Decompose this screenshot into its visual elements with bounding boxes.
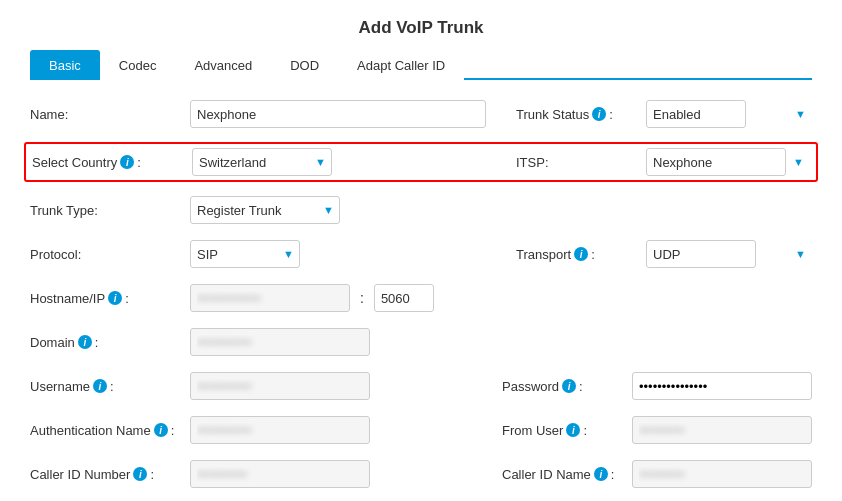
port-colon: : (360, 290, 364, 306)
trunk-status-select[interactable]: Enabled Disabled (646, 100, 746, 128)
row-domain: Domain i : (30, 326, 812, 358)
row-auth-from-user: Authentication Name i : From User i : (30, 414, 812, 446)
hostname-input[interactable] (190, 284, 350, 312)
hostname-info-icon[interactable]: i (108, 291, 122, 305)
form-section: Name: Trunk Status i : Enabled Disabled … (30, 98, 812, 490)
caller-id-number-input-cell (190, 460, 472, 488)
domain-label: Domain i : (30, 335, 190, 350)
domain-info-icon[interactable]: i (78, 335, 92, 349)
row-country-itsp: Select Country i : Switzerland Germany F… (24, 142, 818, 182)
transport-select[interactable]: UDP TCP TLS (646, 240, 756, 268)
from-user-group: From User i : (502, 416, 812, 444)
trunk-type-input-cell: Register Trunk Peer Trunk ▼ (190, 196, 812, 224)
select-country-wrapper: Switzerland Germany France United States… (192, 148, 332, 176)
trunk-type-wrapper: Register Trunk Peer Trunk ▼ (190, 196, 340, 224)
page-wrapper: Add VoIP Trunk Basic Codec Advanced DOD … (0, 0, 842, 501)
trunk-type-label: Trunk Type: (30, 203, 190, 218)
transport-label: Transport i : (516, 247, 646, 262)
transport-info-icon[interactable]: i (574, 247, 588, 261)
tab-basic[interactable]: Basic (30, 50, 100, 80)
protocol-input-cell: SIP IAX ▼ (190, 240, 486, 268)
trunk-status-chevron-icon: ▼ (795, 108, 806, 120)
tab-dod[interactable]: DOD (271, 50, 338, 80)
domain-input-cell (190, 328, 812, 356)
select-country-input-cell: Switzerland Germany France United States… (192, 148, 486, 176)
tab-advanced[interactable]: Advanced (175, 50, 271, 80)
username-input[interactable] (190, 372, 370, 400)
from-user-input-wrapper (632, 416, 812, 444)
caller-id-name-info-icon[interactable]: i (594, 467, 608, 481)
caller-id-name-group: Caller ID Name i : (502, 460, 812, 488)
username-input-cell (190, 372, 472, 400)
tab-adapt-caller-id[interactable]: Adapt Caller ID (338, 50, 464, 80)
row-caller-id: Caller ID Number i : Caller ID Name i : (30, 458, 812, 490)
transport-group: Transport i : UDP TCP TLS ▼ (516, 240, 812, 268)
name-label: Name: (30, 107, 190, 122)
hostname-input-cell: : (190, 284, 812, 312)
auth-name-input[interactable] (190, 416, 370, 444)
itsp-select[interactable]: Nexphone (646, 148, 786, 176)
itsp-label: ITSP: (516, 155, 646, 170)
password-info-icon[interactable]: i (562, 379, 576, 393)
auth-name-input-cell (190, 416, 472, 444)
auth-name-info-icon[interactable]: i (154, 423, 168, 437)
select-country-label: Select Country i : (32, 155, 192, 170)
page-title: Add VoIP Trunk (30, 18, 812, 38)
tab-codec[interactable]: Codec (100, 50, 176, 80)
caller-id-name-label: Caller ID Name i : (502, 467, 632, 482)
itsp-chevron-icon: ▼ (793, 156, 804, 168)
caller-id-name-input[interactable] (632, 460, 812, 488)
password-input[interactable] (632, 372, 812, 400)
transport-select-wrapper: UDP TCP TLS ▼ (646, 240, 812, 268)
trunk-status-label: Trunk Status i : (516, 107, 646, 122)
caller-id-number-input[interactable] (190, 460, 370, 488)
itsp-group: ITSP: Nexphone ▼ (516, 148, 810, 176)
hostname-label: Hostname/IP i : (30, 291, 190, 306)
protocol-label: Protocol: (30, 247, 190, 262)
row-name-trunk-status: Name: Trunk Status i : Enabled Disabled … (30, 98, 812, 130)
row-trunk-type: Trunk Type: Register Trunk Peer Trunk ▼ (30, 194, 812, 226)
trunk-status-select-wrapper: Enabled Disabled ▼ (646, 100, 812, 128)
name-input-cell (190, 100, 486, 128)
name-input[interactable] (190, 100, 486, 128)
caller-id-number-label: Caller ID Number i : (30, 467, 190, 482)
select-country-info-icon[interactable]: i (120, 155, 134, 169)
trunk-status-group: Trunk Status i : Enabled Disabled ▼ (516, 100, 812, 128)
protocol-select[interactable]: SIP IAX (190, 240, 300, 268)
caller-id-name-input-wrapper (632, 460, 812, 488)
caller-id-number-info-icon[interactable]: i (133, 467, 147, 481)
password-group: Password i : (502, 372, 812, 400)
username-info-icon[interactable]: i (93, 379, 107, 393)
port-input[interactable] (374, 284, 434, 312)
from-user-label: From User i : (502, 423, 632, 438)
from-user-info-icon[interactable]: i (566, 423, 580, 437)
protocol-wrapper: SIP IAX ▼ (190, 240, 300, 268)
row-protocol-transport: Protocol: SIP IAX ▼ Transport i : (30, 238, 812, 270)
tabs-bar: Basic Codec Advanced DOD Adapt Caller ID (30, 50, 812, 80)
username-label: Username i : (30, 379, 190, 394)
from-user-input[interactable] (632, 416, 812, 444)
domain-input[interactable] (190, 328, 370, 356)
trunk-type-select[interactable]: Register Trunk Peer Trunk (190, 196, 340, 224)
auth-name-label: Authentication Name i : (30, 423, 190, 438)
row-hostname: Hostname/IP i : : (30, 282, 812, 314)
itsp-select-wrapper: Nexphone ▼ (646, 148, 810, 176)
password-input-wrapper (632, 372, 812, 400)
transport-chevron-icon: ▼ (795, 248, 806, 260)
select-country-select[interactable]: Switzerland Germany France United States (192, 148, 332, 176)
trunk-status-info-icon[interactable]: i (592, 107, 606, 121)
row-username-password: Username i : Password i : (30, 370, 812, 402)
password-label: Password i : (502, 379, 632, 394)
